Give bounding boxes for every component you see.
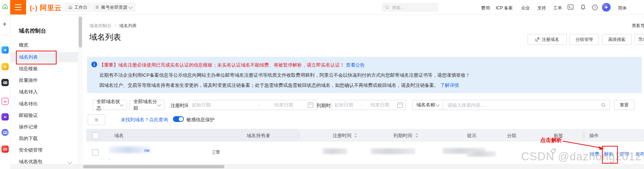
- add-icon[interactable]: +: [3, 20, 7, 29]
- expire-time-range-picker[interactable]: 起始日期 - 结束日期: [331, 100, 406, 110]
- account-resources-label: 账号全部资源: [101, 4, 127, 10]
- notice-line-3-text: 因域名过户、交易等导致域名持有者发生变更的，请及时变更或注销备案；处于急需续费或…: [99, 83, 439, 88]
- expire-start-placeholder[interactable]: 起始日期: [334, 102, 353, 108]
- sidebar-item-security-lock[interactable]: 安全锁管理: [10, 145, 78, 155]
- global-search[interactable]: [382, 3, 438, 12]
- col-expire-time: 到期时间: [393, 132, 412, 139]
- info-icon: [91, 62, 97, 69]
- notice-line-3: 因域名过户、交易等导致域名持有者发生变更的，请及时变更或注销备案；处于急需续费或…: [99, 82, 459, 89]
- select-all-checkbox[interactable]: [92, 132, 99, 139]
- domain-status-value: 全部域名状态: [96, 98, 120, 111]
- domain-search-input[interactable]: [447, 102, 601, 108]
- status-partial-blur: [208, 147, 213, 155]
- redacted-tip: [467, 151, 496, 157]
- register-domain-label: 注册域名: [542, 37, 559, 43]
- sensitive-toggle-label: 敏感信息保护: [186, 117, 215, 123]
- sidebar-item-operation-log[interactable]: 操作记录: [10, 122, 78, 132]
- expire-end-placeholder[interactable]: 结束日期: [371, 102, 389, 108]
- app-icon-star[interactable]: ★: [1, 63, 9, 70]
- domain-group-select[interactable]: 全部域名分组: [129, 100, 165, 110]
- search-icon[interactable]: [601, 102, 606, 107]
- app-icon-ai-ring[interactable]: AI: [1, 98, 9, 105]
- sidebar-item-transfer-out[interactable]: 域名转出: [10, 99, 78, 109]
- workbench-button[interactable]: 工作台: [65, 3, 91, 12]
- notification-bell-icon[interactable]: [580, 4, 586, 12]
- annotation-box-domain-list: [16, 51, 57, 64]
- nav-item-support[interactable]: 支持: [537, 5, 546, 11]
- gear-icon: [94, 117, 99, 122]
- annotation-arrow: [558, 139, 609, 153]
- export-button[interactable]: 导出: [635, 34, 644, 45]
- app-icon-ai-purple[interactable]: AI: [1, 113, 9, 121]
- annotation-box-resolve: [602, 146, 618, 164]
- app-icon-chat-robot[interactable]: [1, 129, 9, 136]
- breadcrumb-root[interactable]: 域名控制台: [90, 23, 111, 28]
- user-avatar[interactable]: [602, 3, 611, 12]
- breadcrumb-separator: /: [115, 23, 116, 28]
- account-resources-dropdown[interactable]: 账号全部资源: [91, 3, 136, 12]
- calendar-icon: [397, 102, 403, 108]
- home-green-icon[interactable]: [2, 3, 8, 11]
- search-icon: [385, 5, 389, 10]
- col-tip: 提示: [467, 132, 476, 139]
- col-group: 分组: [507, 132, 516, 139]
- list-icon: [95, 5, 99, 9]
- domain-search-box[interactable]: [443, 100, 610, 110]
- terminal-icon[interactable]: [567, 4, 574, 11]
- row-checkbox[interactable]: [92, 149, 99, 156]
- sort-icon-expire-time[interactable]: [416, 133, 421, 138]
- workbench-label: 工作台: [74, 4, 87, 10]
- view-announcement-link[interactable]: 查看公告: [346, 62, 365, 68]
- sort-icon-register-time[interactable]: [355, 133, 360, 138]
- avatar-star-icon: [604, 5, 609, 10]
- sidebar-item-email-verify[interactable]: 邮箱验证: [10, 110, 78, 121]
- vertical-scrollbar-thumb[interactable]: [79, 17, 82, 47]
- language-switcher[interactable]: 简体: [618, 5, 627, 11]
- notice-important-text: 【重要】域名注册必须使用已完成实名认证的信息模板；未实名认证域名不能续费、将被暂…: [99, 62, 344, 68]
- register-time-label: 注册时间: [170, 102, 189, 109]
- strip-divider: [1, 35, 9, 35]
- advanced-search-button[interactable]: 高级搜索: [602, 34, 632, 45]
- domain-not-found-link[interactable]: 未找到域名？点此查询: [121, 117, 168, 123]
- aliyun-logo: (-) 阿里云: [30, 3, 62, 13]
- column-settings-button[interactable]: [88, 114, 105, 125]
- register-domain-button[interactable]: 注册域名: [528, 34, 567, 45]
- search-field-select[interactable]: 域名名称: [412, 100, 443, 110]
- home-icon: [68, 5, 73, 9]
- nav-item-icp[interactable]: ICP 备案: [496, 5, 513, 11]
- sidebar-item-overview[interactable]: 概览: [10, 40, 78, 50]
- help-icon[interactable]: ?: [592, 4, 598, 12]
- global-search-input[interactable]: [391, 5, 429, 10]
- nav-item-ticket[interactable]: 工单: [553, 5, 562, 11]
- external-link-icon: [535, 37, 540, 42]
- sidebar-item-batch-ops[interactable]: 批量操作: [10, 75, 78, 85]
- toggle-knob: [179, 117, 183, 121]
- nav-item-enterprise[interactable]: 企业: [521, 5, 530, 11]
- sensitive-info-toggle[interactable]: [173, 116, 184, 122]
- register-time-range-picker[interactable]: 起始日期 - 结束日期: [188, 100, 317, 110]
- app-icon-game-controller[interactable]: [1, 145, 9, 153]
- sidebar-item-info-template[interactable]: 信息模板: [10, 64, 78, 74]
- register-end-placeholder[interactable]: 结束日期: [274, 102, 293, 108]
- nav-item-billing[interactable]: 费用: [481, 5, 490, 11]
- reset-button[interactable]: 重置: [614, 100, 635, 110]
- chevron-down-icon: [128, 5, 132, 9]
- sidebar-item-transfer-in[interactable]: 域名转入: [10, 87, 78, 97]
- horizontal-scrollbar-thumb[interactable]: [83, 165, 224, 168]
- svg-text:?: ?: [594, 6, 596, 9]
- app-icon-cyan[interactable]: [1, 46, 9, 54]
- group-manage-button[interactable]: 分组管理: [569, 34, 599, 45]
- calendar-icon: [308, 102, 313, 108]
- sidebar-item-my-downloads[interactable]: 我的下载: [10, 134, 78, 144]
- domain-name-tail[interactable]: ne: [144, 148, 149, 153]
- register-start-placeholder[interactable]: 起始日期: [192, 102, 211, 108]
- page-title: 域名列表: [89, 32, 121, 43]
- redacted-holder: [323, 148, 347, 154]
- app-icon-robot[interactable]: [1, 79, 9, 86]
- chevron-down-icon: [435, 102, 439, 106]
- domain-status-select[interactable]: 全部域名状态: [92, 100, 127, 110]
- view-export-results-link[interactable]: 查看导出结果: [632, 23, 644, 29]
- learn-more-link[interactable]: 了解详情: [440, 83, 459, 88]
- breadcrumb: 域名控制台 / 域名列表: [90, 23, 137, 29]
- hamburger-menu-button[interactable]: [10, 0, 26, 14]
